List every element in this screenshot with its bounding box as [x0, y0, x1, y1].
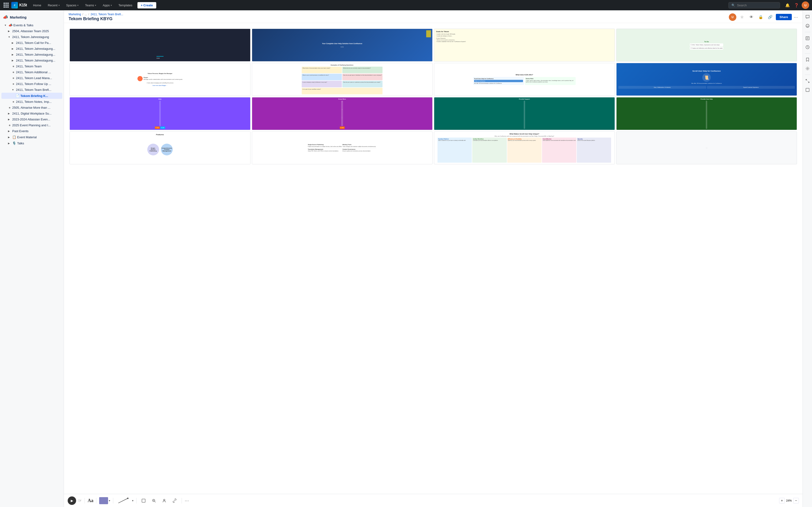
toolbar-divider-2: [96, 498, 96, 504]
sidebar-item-tekom-additional[interactable]: 2411, Tekom Additional ...: [1, 69, 62, 75]
slide-7[interactable]: What does K15t offer? Scroll User Help f…: [434, 63, 615, 96]
sidebar-item-atlassian-2025[interactable]: ▶ 2504, Atlassian Team 2025: [1, 28, 62, 34]
breadcrumb-ellipsis: ...: [85, 13, 87, 16]
slide-1[interactable]: V104: [69, 29, 250, 61]
sidebar-item-event-planning[interactable]: 2025 Event Planning and I...: [1, 122, 62, 128]
right-sidebar: [803, 10, 812, 507]
frame-tool[interactable]: [139, 496, 148, 505]
person-tool[interactable]: [160, 496, 168, 505]
sidebar-item-atlassian-events[interactable]: ▶ 2023-2024 Atlassian Even...: [1, 116, 62, 122]
sidebar-item-tekom-briefing-kbyg[interactable]: 📄 Tekom Briefing K...: [1, 93, 62, 99]
more-tools-button[interactable]: ⋯: [185, 498, 189, 503]
sidebar-item-tekom-jahrestagung[interactable]: ▼ 2411, Tekom Jahrestagung: [1, 34, 62, 40]
sidebar-item-talks[interactable]: ▶ 🎙️ Talks: [1, 140, 62, 146]
nav-spaces[interactable]: Spaces ▾: [64, 2, 81, 8]
sidebar-item-almarise[interactable]: 2505, Almarise More than ...: [1, 105, 62, 111]
expand-button[interactable]: [804, 77, 811, 85]
slide-9[interactable]: Help K 150 K 100: [69, 97, 250, 130]
comments-panel-button[interactable]: [804, 13, 811, 21]
settings-button[interactable]: [804, 65, 811, 72]
sidebar-item-tekom-follow[interactable]: 2411, Tekom Follow Up ...: [1, 81, 62, 87]
sidebar-item-tekom-team[interactable]: 2411, Tekom Team: [1, 63, 62, 69]
app-logo[interactable]: // K15t: [11, 2, 27, 8]
slide-16[interactable]: ···: [616, 131, 797, 164]
search-tool[interactable]: [150, 496, 158, 505]
slide-15[interactable]: What Makes Scroll User Help Unique? Why …: [434, 131, 615, 164]
slide-12[interactable]: Provide User Help: [616, 97, 797, 130]
notifications-icon[interactable]: 🔔: [784, 1, 791, 9]
page-header: Marketing / ... / 2411, Tekom Team Brefi…: [64, 10, 803, 23]
svg-point-1: [127, 498, 129, 499]
sidebar-item-past-events[interactable]: ▶ Past Events: [1, 128, 62, 134]
chevron-right-icon: ▶: [8, 112, 11, 115]
slide-3[interactable]: Goals for Tekom • Leads: Let's try to ge…: [434, 29, 615, 61]
play-button[interactable]: ▶: [68, 496, 76, 505]
sidebar-item-jahrestagung-2[interactable]: ▶ 2411, Tekom Jahrestagung...: [1, 46, 62, 52]
nav-recent[interactable]: Recent ▾: [45, 2, 62, 8]
bookmark-button[interactable]: [804, 56, 811, 63]
sidebar-item-tekom-lead[interactable]: 2411, Tekom Lead Mana...: [1, 75, 62, 81]
nav-teams[interactable]: Teams ▾: [83, 2, 98, 8]
nav-templates[interactable]: Templates: [116, 2, 135, 8]
main-layout: 📣 Marketing ▼ 📣 Events & Talks ▶ 2504, A…: [0, 10, 812, 507]
shape-chevron-icon[interactable]: ▾: [109, 499, 110, 502]
breadcrumb-marketing[interactable]: Marketing: [68, 13, 81, 16]
line-chevron-icon[interactable]: ▾: [132, 499, 134, 502]
slide-14[interactable]: Single-Source Publishing: Publish docume…: [252, 131, 433, 164]
zoom-out-button[interactable]: −: [793, 498, 799, 504]
toolbar-divider-4: [136, 498, 137, 504]
apps-chevron-icon: ▾: [111, 4, 112, 7]
search-icon: 🔍: [731, 3, 735, 7]
chevron-right-icon: ▶: [8, 118, 11, 121]
sidebar-item-events-talks[interactable]: ▼ 📣 Events & Talks: [1, 22, 62, 28]
cursor-tool[interactable]: ☞: [78, 498, 82, 503]
bullet-icon: [13, 66, 14, 67]
watch-button[interactable]: 👁: [748, 13, 755, 21]
slide-13[interactable]: Features Single-Source Publishing Compre…: [69, 131, 250, 164]
fullscreen-button[interactable]: [804, 86, 811, 94]
app-grid-button[interactable]: [3, 2, 9, 8]
slide-10[interactable]: Know More K 150: [252, 97, 433, 130]
nav-home[interactable]: Home: [31, 2, 44, 8]
text-tool[interactable]: Aa: [88, 498, 93, 503]
share-button[interactable]: Share: [776, 14, 792, 20]
sidebar-item-digital-workplace[interactable]: ▶ 2411, Digital Workplace Su...: [1, 111, 62, 116]
slide-2[interactable]: Your Complete User Help Solution from Co…: [252, 29, 433, 61]
help-icon[interactable]: ❓: [793, 1, 800, 9]
shape-tool[interactable]: [99, 497, 108, 504]
slide-8[interactable]: Scroll User Help for Confluence 📜 We off…: [616, 63, 797, 96]
slide-11[interactable]: Provide Support: [434, 97, 615, 130]
right-sidebar-divider-1: [805, 32, 810, 32]
sidebar-item-jahrestagung-3[interactable]: ▶ 2411, Tekom Jahrestagung...: [1, 52, 62, 58]
sidebar-item-tekom-notes[interactable]: 2411, Tekom Notes, Imp...: [1, 99, 62, 105]
search-bar[interactable]: 🔍 Search: [728, 2, 780, 8]
bullet-icon: [13, 72, 14, 73]
reactions-button[interactable]: [804, 22, 811, 30]
zoom-in-button[interactable]: +: [779, 498, 785, 504]
table-of-contents-button[interactable]: [804, 35, 811, 42]
sidebar-item-event-material[interactable]: ▶ 📋 Event Material: [1, 134, 62, 140]
slide-6[interactable]: Examples of Clarifying Questions: What k…: [252, 63, 433, 96]
user-avatar[interactable]: U: [802, 1, 809, 9]
line-tool[interactable]: [116, 496, 130, 505]
svg-point-8: [807, 25, 807, 26]
bullet-icon: [13, 77, 14, 79]
create-button[interactable]: + Create: [138, 2, 156, 8]
page-content[interactable]: V104 Your Complete User Help Solution fr…: [64, 23, 803, 494]
history-button[interactable]: [804, 44, 811, 51]
slide-5[interactable]: Tekom Persona: Maggie the Manager Maggie…: [69, 63, 250, 96]
nav-apps[interactable]: Apps ▾: [100, 2, 114, 8]
sidebar-item-tekom-team-brefi[interactable]: ▼ 2411, Tekom Team Brefi...: [1, 87, 62, 93]
zoom-value: 24%: [786, 499, 792, 502]
svg-line-0: [118, 498, 128, 503]
sidebar-item-jahrestagung-4[interactable]: ▶ 2411, Tekom Jahrestagung...: [1, 58, 62, 63]
chevron-right-icon: ▶: [12, 59, 15, 62]
breadcrumb-page[interactable]: 2411, Tekom Team Brefi...: [91, 13, 123, 16]
more-options-button[interactable]: ⋯: [794, 14, 798, 20]
star-button[interactable]: ☆: [738, 13, 746, 21]
copy-link-button[interactable]: 🔗: [766, 13, 774, 21]
sidebar-item-call-for-pa[interactable]: ▶ 2411, Tekom Call for Pa...: [1, 40, 62, 46]
link-tool[interactable]: [170, 496, 179, 505]
slide-4[interactable]: To Do ☐ 2411: Tekom Notes, impressions a…: [616, 29, 797, 61]
restrict-button[interactable]: 🔒: [757, 13, 765, 21]
